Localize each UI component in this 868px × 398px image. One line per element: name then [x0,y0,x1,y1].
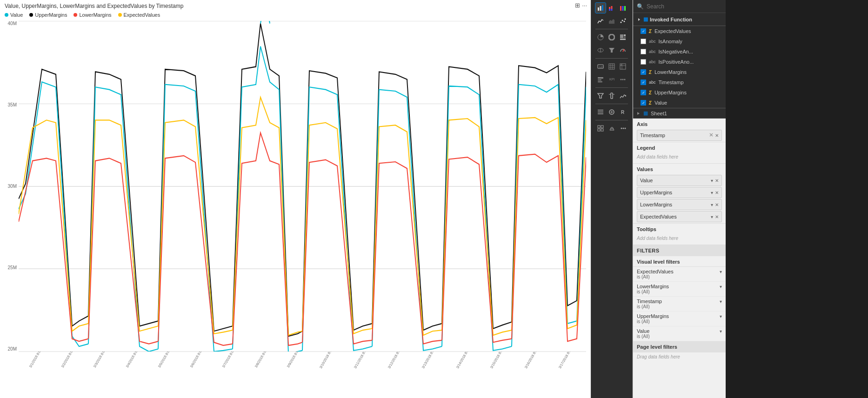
field-isanomaly[interactable]: abc IsAnomaly [633,36,726,46]
legend-expectedvalues: ExpectedValues [118,12,160,18]
lowermargins-remove-icon[interactable]: ✕ [715,202,719,207]
filter-value-chevron[interactable]: ▾ [720,329,722,334]
abc-icon-ispositiveano: abc [649,60,656,64]
filter-timestamp[interactable]: Timestamp ▾ is (All) [633,297,726,312]
values-expectedvalues-label: ExpectedValues [640,214,677,219]
100pct-bar-icon[interactable] [618,3,628,13]
field-label-timestamp: Timestamp [659,80,684,85]
checkbox-value[interactable] [641,100,646,106]
paint-icon[interactable] [607,123,617,133]
matrix-icon[interactable] [618,61,628,72]
filter-lowermargins-chevron[interactable]: ▾ [720,284,722,289]
filter-expectedvalues[interactable]: ExpectedValues ▾ is (All) [633,267,726,282]
dots-icon[interactable] [618,123,628,133]
values-value-slot[interactable]: Value ▾ ✕ [637,175,722,186]
filter-uppermargins[interactable]: UpperMargins ▾ is (All) [633,312,726,326]
field-list-icon[interactable] [595,107,606,117]
area-chart-icon[interactable] [607,16,617,26]
filter-expectedvalues-chevron[interactable]: ▾ [720,269,722,274]
svg-rect-49 [611,93,613,99]
expectedvalues-dropdown-icon[interactable]: ▾ [711,214,713,219]
svg-rect-55 [598,113,603,114]
viz-divider-2 [595,58,628,59]
R-icon[interactable]: R [618,107,628,117]
tooltips-section: Tooltips Add data fields here [633,224,726,245]
more-options-icon[interactable]: ··· [582,2,587,9]
format-icon[interactable] [607,91,617,101]
values-uppermargins-slot[interactable]: UpperMargins ▾ ✕ [637,187,722,198]
checkbox-lowermargins[interactable] [641,69,646,75]
slicer-icon[interactable] [595,74,606,85]
field-ispositiveano[interactable]: abc IsPositiveAno... [633,57,726,67]
scatter-icon[interactable] [618,16,628,26]
page-filters-header: Page level filters [633,341,726,352]
axis-timestamp-slot[interactable]: Timestamp ✕ [637,130,722,141]
build-visual-panel: Axis Timestamp ✕ Legend Add data fields … [633,119,726,398]
treemap-icon[interactable] [618,32,628,42]
legend-section: Legend Add data fields here [633,142,726,164]
line-chart-icon[interactable] [595,16,606,26]
field-expectedvalues[interactable]: Σ ExpectedValues [633,26,726,36]
grid2-icon[interactable] [595,123,606,133]
card-icon[interactable]: 123 [595,61,606,72]
kpi-icon[interactable]: KPI [607,74,617,85]
abc-icon-isanomaly: abc [649,39,656,44]
field-timestamp[interactable]: abc Timestamp [633,77,726,87]
svg-rect-42 [598,80,601,80]
filter-timestamp-chevron[interactable]: ▾ [720,299,722,304]
abc-icon-timestamp: abc [649,80,656,85]
expand-icon[interactable]: ⊞ [575,2,580,9]
field-uppermargins[interactable]: Σ UpperMargins [633,87,726,98]
donut-icon[interactable] [607,32,617,42]
uppermargins-remove-icon[interactable]: ✕ [715,190,719,195]
svg-point-18 [624,21,625,22]
filter-panel-icon[interactable] [595,91,606,101]
invoked-function-header[interactable]: ▦ Invoked Function [633,13,726,26]
svg-point-16 [621,22,622,23]
axis-remove-icon[interactable]: ✕ [709,133,719,138]
map-icon[interactable] [595,45,606,55]
chevron-right-sheet [637,112,641,115]
svg-point-21 [609,34,614,40]
fields-list: Σ ExpectedValues abc IsAnomaly abc IsNeg… [633,26,726,108]
values-expectedvalues-slot[interactable]: ExpectedValues ▾ ✕ [637,211,722,222]
format2-icon[interactable] [607,107,617,117]
values-lowermargins-slot[interactable]: LowerMargins ▾ ✕ [637,199,722,210]
filter-uppermargins-chevron[interactable]: ▾ [720,314,722,319]
checkbox-isanomaly[interactable] [641,39,646,44]
checkbox-ispositiveano[interactable] [641,59,646,65]
field-lowermargins[interactable]: Σ LowerMargins [633,67,726,77]
analytics-icon[interactable] [618,91,628,101]
filter-uppermargins-row: UpperMargins ▾ [637,313,722,319]
field-value[interactable]: Σ Value [633,98,726,108]
checkbox-isnegativean[interactable] [641,49,646,54]
svg-marker-69 [637,112,640,115]
checkbox-expectedvalues[interactable] [641,28,646,34]
filter-value[interactable]: Value ▾ is (All) [633,326,726,341]
value-dropdown-icon[interactable]: ▾ [711,178,713,183]
field-label-isanomaly: IsAnomaly [659,39,682,44]
viz-panel: 123 KPI [591,0,633,398]
pie-icon[interactable] [595,32,606,42]
funnel-icon[interactable] [607,45,617,55]
svg-rect-38 [620,64,622,66]
uppermargins-dropdown-icon[interactable]: ▾ [711,190,713,195]
more-visuals-icon[interactable] [618,74,628,85]
stacked-bar-icon[interactable] [607,3,617,13]
expectedvalues-remove-icon[interactable]: ✕ [715,214,719,219]
checkbox-timestamp[interactable] [641,80,646,85]
values-section: Values Value ▾ ✕ UpperMargins ▾ ✕ LowerM… [633,164,726,224]
bar-chart-icon[interactable] [595,3,606,13]
value-remove-icon[interactable]: ✕ [715,178,719,183]
gauge-icon[interactable] [618,45,628,55]
chart-legend: Value UpperMargins LowerMargins Expected… [5,12,160,18]
lowermargins-dropdown-icon[interactable]: ▾ [711,202,713,207]
svg-rect-60 [598,126,600,128]
filter-lowermargins[interactable]: LowerMargins ▾ is (All) [633,282,726,297]
sheet1-item[interactable]: ▦ Sheet1 [633,108,726,119]
checkbox-uppermargins[interactable] [641,90,646,95]
table-icon[interactable] [607,61,617,72]
field-isnegativean[interactable]: abc IsNegativeAn... [633,46,726,57]
tooltips-placeholder: Add data fields here [633,234,726,245]
search-input[interactable] [647,3,722,10]
